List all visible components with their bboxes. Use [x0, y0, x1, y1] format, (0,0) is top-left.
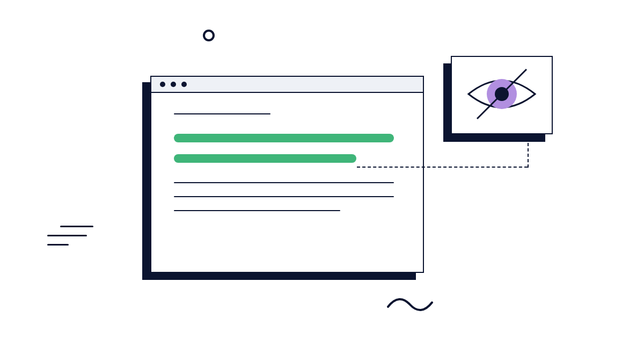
decorative-speed-lines-icon — [40, 226, 93, 253]
window-content — [151, 93, 423, 211]
eye-slash-icon — [459, 62, 545, 128]
content-title-line — [174, 113, 270, 114]
window-control-dot-icon — [160, 82, 165, 87]
decorative-squiggle-icon — [386, 296, 434, 314]
content-text-line — [174, 210, 340, 211]
svg-line-2 — [477, 69, 526, 119]
content-highlight-line — [174, 134, 394, 142]
browser-window — [150, 76, 424, 273]
window-titlebar — [151, 77, 423, 93]
connector-line — [528, 143, 529, 168]
content-text-line — [174, 196, 394, 197]
connector-line — [357, 167, 528, 168]
content-text-line — [174, 182, 394, 183]
eye-card — [451, 56, 553, 134]
content-highlight-line — [174, 154, 356, 163]
window-control-dot-icon — [171, 82, 176, 87]
window-control-dot-icon — [181, 82, 187, 87]
decorative-circle-icon — [203, 30, 215, 41]
